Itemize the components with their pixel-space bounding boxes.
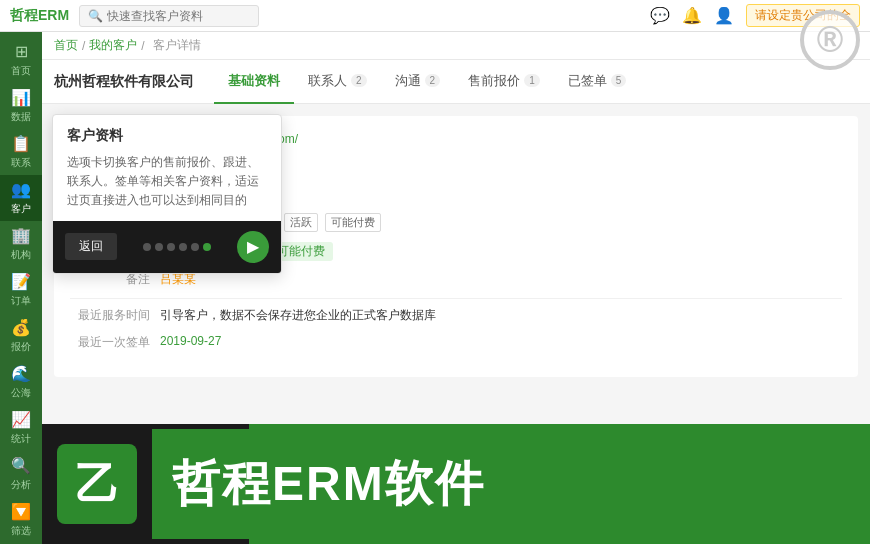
tooltip-dots bbox=[143, 243, 211, 251]
tab-communication-badge: 2 bbox=[425, 74, 441, 87]
sidebar-item-analysis[interactable]: 🔍 分析 bbox=[0, 451, 42, 497]
tab-presale-label: 售前报价 bbox=[468, 72, 520, 90]
breadcrumb-sep1: / bbox=[82, 39, 85, 53]
sidebar-item-customer[interactable]: 👥 客户 bbox=[0, 175, 42, 221]
sidebar-label-sea: 公海 bbox=[11, 386, 31, 400]
sidebar-item-contact[interactable]: 📋 联系 bbox=[0, 129, 42, 175]
divider bbox=[70, 298, 842, 299]
sidebar-label-org: 机构 bbox=[11, 248, 31, 262]
sidebar-label-customer: 客户 bbox=[11, 202, 31, 216]
tooltip-back-button[interactable]: 返回 bbox=[65, 233, 117, 260]
value-last-order: 2019-09-27 bbox=[160, 334, 842, 348]
dot-3 bbox=[167, 243, 175, 251]
branding-text: 哲程ERM软件 bbox=[152, 429, 870, 539]
value-last-service: 引导客户，数据不会保存进您企业的正式客户数据库 bbox=[160, 307, 842, 324]
search-input[interactable] bbox=[107, 9, 247, 23]
stats-icon: 📈 bbox=[11, 410, 31, 429]
filter-icon: 🔽 bbox=[11, 502, 31, 521]
home-icon: ⊞ bbox=[15, 42, 28, 61]
label-last-service: 最近服务时间 bbox=[70, 307, 150, 324]
tab-contacts-label: 联系人 bbox=[308, 72, 347, 90]
top-bar: 哲程ERM 🔍 💬 🔔 👤 请设定贵公司的全 bbox=[0, 0, 870, 32]
branding-logo-container: 乙 bbox=[42, 429, 152, 539]
contact-icon: 📋 bbox=[11, 134, 31, 153]
quote-icon: 💰 bbox=[11, 318, 31, 337]
app-logo: 哲程ERM bbox=[10, 7, 69, 25]
tab-bar: 基础资料 联系人 2 沟通 2 售前报价 1 已签单 5 bbox=[214, 60, 640, 104]
company-name: 杭州哲程软件有限公司 bbox=[54, 73, 194, 91]
message-icon[interactable]: 💬 bbox=[650, 6, 670, 25]
dot-1 bbox=[143, 243, 151, 251]
bell-icon[interactable]: 🔔 bbox=[682, 6, 702, 25]
tooltip-overlay: 客户资料 选项卡切换客户的售前报价、跟进、联系人。签单等相关客户资料，适运过页直… bbox=[52, 114, 282, 274]
dot-4 bbox=[179, 243, 187, 251]
sidebar-item-sea[interactable]: 🌊 公海 bbox=[0, 359, 42, 405]
sidebar-label-data: 数据 bbox=[11, 110, 31, 124]
order-icon: 📝 bbox=[11, 272, 31, 291]
tab-basic-info-label: 基础资料 bbox=[228, 72, 280, 90]
sidebar: ⊞ 首页 📊 数据 📋 联系 👥 客户 🏢 机构 📝 订单 💰 报价 🌊 bbox=[0, 32, 42, 544]
dot-6-active bbox=[203, 243, 211, 251]
sidebar-item-stats[interactable]: 📈 统计 bbox=[0, 405, 42, 451]
user-icon[interactable]: 👤 bbox=[714, 6, 734, 25]
dot-5 bbox=[191, 243, 199, 251]
tab-communication[interactable]: 沟通 2 bbox=[381, 60, 455, 104]
info-row-last-order: 最近一次签单 2019-09-27 bbox=[70, 334, 842, 351]
branding-logo-char: 乙 bbox=[57, 444, 137, 524]
label-last-order: 最近一次签单 bbox=[70, 334, 150, 351]
tab-basic-info[interactable]: 基础资料 bbox=[214, 60, 294, 104]
sidebar-label-analysis: 分析 bbox=[11, 478, 31, 492]
org-icon: 🏢 bbox=[11, 226, 31, 245]
breadcrumb: 首页 / 我的客户 / 客户详情 bbox=[42, 32, 870, 60]
company-header: 杭州哲程软件有限公司 基础资料 联系人 2 沟通 2 售前报价 1 bbox=[42, 60, 870, 104]
sidebar-item-filter[interactable]: 🔽 筛选 bbox=[0, 497, 42, 543]
tab-signed[interactable]: 已签单 5 bbox=[554, 60, 641, 104]
sidebar-item-home[interactable]: ⊞ 首页 bbox=[0, 37, 42, 83]
dot-2 bbox=[155, 243, 163, 251]
sidebar-item-quote[interactable]: 💰 报价 bbox=[0, 313, 42, 359]
trademark-symbol: ® bbox=[800, 10, 860, 70]
tooltip-footer: 返回 ▶ bbox=[53, 221, 281, 273]
tab-signed-label: 已签单 bbox=[568, 72, 607, 90]
sidebar-label-quote: 报价 bbox=[11, 340, 31, 354]
analysis-icon: 🔍 bbox=[11, 456, 31, 475]
data-icon: 📊 bbox=[11, 88, 31, 107]
breadcrumb-home[interactable]: 首页 bbox=[54, 37, 78, 54]
page-body: 网址 https://www.hzzcsoft.com/ 联系人 销售专线 电话… bbox=[42, 104, 870, 544]
main-layout: ⊞ 首页 📊 数据 📋 联系 👥 客户 🏢 机构 📝 订单 💰 报价 🌊 bbox=[0, 32, 870, 544]
tag-5[interactable]: 可能付费 bbox=[325, 213, 381, 232]
sidebar-item-order[interactable]: 📝 订单 bbox=[0, 267, 42, 313]
sidebar-label-home: 首页 bbox=[11, 64, 31, 78]
tooltip-next-button[interactable]: ▶ bbox=[237, 231, 269, 263]
tab-contacts-badge: 2 bbox=[351, 74, 367, 87]
tag-4[interactable]: 活跃 bbox=[284, 213, 318, 232]
sidebar-item-data[interactable]: 📊 数据 bbox=[0, 83, 42, 129]
tab-contacts[interactable]: 联系人 2 bbox=[294, 60, 381, 104]
tab-presale[interactable]: 售前报价 1 bbox=[454, 60, 554, 104]
tooltip-title: 客户资料 bbox=[53, 115, 281, 153]
breadcrumb-current: 客户详情 bbox=[153, 37, 201, 54]
sidebar-label-order: 订单 bbox=[11, 294, 31, 308]
customer-icon: 👥 bbox=[11, 180, 31, 199]
search-icon: 🔍 bbox=[88, 9, 103, 23]
sidebar-item-org[interactable]: 🏢 机构 bbox=[0, 221, 42, 267]
content-area: 首页 / 我的客户 / 客户详情 杭州哲程软件有限公司 基础资料 联系人 2 沟… bbox=[42, 32, 870, 544]
sidebar-label-contact: 联系 bbox=[11, 156, 31, 170]
tab-presale-badge: 1 bbox=[524, 74, 540, 87]
breadcrumb-my-customers[interactable]: 我的客户 bbox=[89, 37, 137, 54]
sidebar-label-filter: 筛选 bbox=[11, 524, 31, 538]
branding-overlay: 乙 哲程ERM软件 bbox=[42, 424, 870, 544]
search-bar[interactable]: 🔍 bbox=[79, 5, 259, 27]
breadcrumb-sep2: / bbox=[141, 39, 144, 53]
tab-signed-badge: 5 bbox=[611, 74, 627, 87]
info-row-last-service: 最近服务时间 引导客户，数据不会保存进您企业的正式客户数据库 bbox=[70, 307, 842, 324]
sea-icon: 🌊 bbox=[11, 364, 31, 383]
sidebar-label-stats: 统计 bbox=[11, 432, 31, 446]
tooltip-body: 选项卡切换客户的售前报价、跟进、联系人。签单等相关客户资料，适运过页直接进入也可… bbox=[53, 153, 281, 221]
tab-communication-label: 沟通 bbox=[395, 72, 421, 90]
